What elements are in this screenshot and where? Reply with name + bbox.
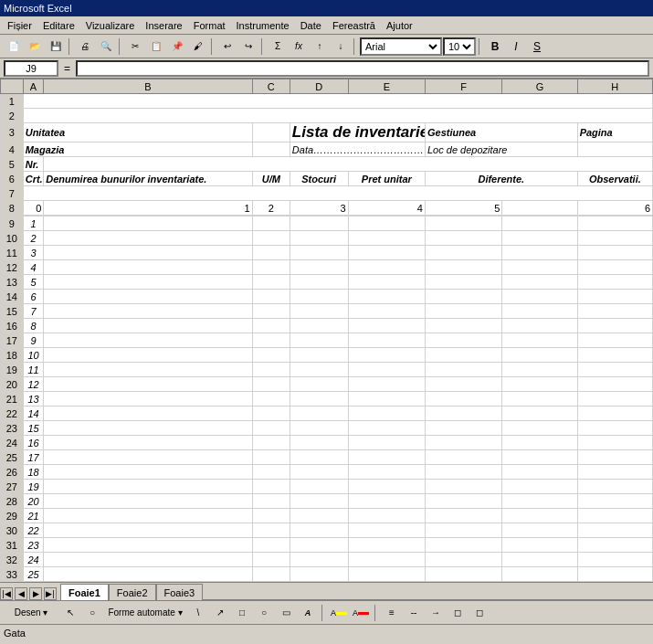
- cell-13-4[interactable]: [425, 275, 501, 290]
- line-style-button[interactable]: ≡: [382, 603, 402, 623]
- cell-28-2[interactable]: [290, 494, 348, 509]
- cell-30-3[interactable]: [348, 523, 425, 538]
- cell-28-4[interactable]: [425, 494, 501, 509]
- cell-16-0[interactable]: [44, 319, 252, 333]
- cell-10-4[interactable]: [425, 231, 501, 246]
- cell-gestiunea[interactable]: Gestiunea: [425, 123, 577, 143]
- cell-32-6[interactable]: [577, 553, 652, 567]
- cell-20-1[interactable]: [252, 377, 290, 392]
- cell-9-3[interactable]: [348, 216, 425, 231]
- cell-16-1[interactable]: [252, 319, 290, 333]
- arrow-style-button[interactable]: →: [426, 603, 446, 623]
- cell-15-0[interactable]: [44, 304, 252, 319]
- cell-8f[interactable]: 5: [425, 201, 501, 216]
- cell-28-3[interactable]: [348, 494, 425, 509]
- cell-21-5[interactable]: [502, 392, 577, 406]
- cell-24-0[interactable]: [44, 436, 252, 450]
- sort-asc-button[interactable]: ↑: [310, 37, 330, 57]
- cell-30-num[interactable]: 22: [23, 523, 44, 538]
- cell-23-6[interactable]: [577, 421, 652, 436]
- cell-22-3[interactable]: [348, 406, 425, 421]
- cell-12-6[interactable]: [577, 260, 652, 275]
- cell-pagina[interactable]: Pagina: [577, 123, 652, 143]
- cell-18-num[interactable]: 10: [23, 348, 44, 363]
- rect-button[interactable]: □: [232, 603, 252, 623]
- cell-20-6[interactable]: [577, 377, 652, 392]
- cell-22-4[interactable]: [425, 406, 501, 421]
- cell-17-2[interactable]: [290, 333, 348, 348]
- cell-32-0[interactable]: [44, 553, 252, 567]
- cell-9-num[interactable]: 1: [23, 216, 44, 231]
- cell-24-6[interactable]: [577, 436, 652, 450]
- cell-25-0[interactable]: [44, 450, 252, 465]
- cell-18-2[interactable]: [290, 348, 348, 363]
- tab-foaie3[interactable]: Foaie3: [156, 584, 204, 600]
- cell-12-0[interactable]: [44, 260, 252, 275]
- cell-11-num[interactable]: 3: [23, 246, 44, 260]
- line-button[interactable]: \: [188, 603, 208, 623]
- cell-21-1[interactable]: [252, 392, 290, 406]
- autoforms-button[interactable]: Forme automate ▾: [104, 603, 186, 623]
- cell-12-2[interactable]: [290, 260, 348, 275]
- cell-8e[interactable]: 4: [348, 201, 425, 216]
- cell-20-2[interactable]: [290, 377, 348, 392]
- cell-23-3[interactable]: [348, 421, 425, 436]
- print-button[interactable]: 🖨: [75, 37, 95, 57]
- cell-31-num[interactable]: 23: [23, 538, 44, 553]
- cell-30-6[interactable]: [577, 523, 652, 538]
- cell-29-6[interactable]: [577, 509, 652, 523]
- cell-25-6[interactable]: [577, 450, 652, 465]
- cell-4h[interactable]: [577, 143, 652, 157]
- cell-23-1[interactable]: [252, 421, 290, 436]
- cell-26-4[interactable]: [425, 465, 501, 480]
- cell-21-6[interactable]: [577, 392, 652, 406]
- italic-button[interactable]: I: [506, 37, 526, 57]
- cell-15-6[interactable]: [577, 304, 652, 319]
- cell-33-1[interactable]: [252, 567, 290, 582]
- cell-13-3[interactable]: [348, 275, 425, 290]
- cell-29-5[interactable]: [502, 509, 577, 523]
- cell-17-1[interactable]: [252, 333, 290, 348]
- cell-27-6[interactable]: [577, 480, 652, 494]
- cell-33-4[interactable]: [425, 567, 501, 582]
- cell-20-0[interactable]: [44, 377, 252, 392]
- col-header-f[interactable]: F: [425, 79, 501, 94]
- cell-18-1[interactable]: [252, 348, 290, 363]
- cell-25-2[interactable]: [290, 450, 348, 465]
- cell-28-0[interactable]: [44, 494, 252, 509]
- cell-20-5[interactable]: [502, 377, 577, 392]
- cell-11-5[interactable]: [502, 246, 577, 260]
- cell-26-1[interactable]: [252, 465, 290, 480]
- cell-27-1[interactable]: [252, 480, 290, 494]
- cell-16-4[interactable]: [425, 319, 501, 333]
- cell-23-num[interactable]: 15: [23, 421, 44, 436]
- cell-12-1[interactable]: [252, 260, 290, 275]
- cell-25-3[interactable]: [348, 450, 425, 465]
- new-button[interactable]: 📄: [4, 37, 24, 57]
- cell-28-6[interactable]: [577, 494, 652, 509]
- cell-9-0[interactable]: [44, 216, 252, 231]
- cell-27-5[interactable]: [502, 480, 577, 494]
- cell-16-3[interactable]: [348, 319, 425, 333]
- cell-loc-depozitare[interactable]: Loc de depozitare: [425, 143, 577, 157]
- cell-26-6[interactable]: [577, 465, 652, 480]
- cell-24-4[interactable]: [425, 436, 501, 450]
- cell-31-3[interactable]: [348, 538, 425, 553]
- shadow-button[interactable]: ◻: [448, 603, 468, 623]
- copy-button[interactable]: 📋: [146, 37, 166, 57]
- cell-31-0[interactable]: [44, 538, 252, 553]
- cell-31-6[interactable]: [577, 538, 652, 553]
- cell-29-0[interactable]: [44, 509, 252, 523]
- cell-21-0[interactable]: [44, 392, 252, 406]
- row-7-content[interactable]: [23, 186, 652, 201]
- cell-29-2[interactable]: [290, 509, 348, 523]
- cell-9-6[interactable]: [577, 216, 652, 231]
- cell-23-0[interactable]: [44, 421, 252, 436]
- cell-15-1[interactable]: [252, 304, 290, 319]
- cell-9-4[interactable]: [425, 216, 501, 231]
- cell-33-num[interactable]: 25: [23, 567, 44, 582]
- cell-16-5[interactable]: [502, 319, 577, 333]
- bold-button[interactable]: B: [485, 37, 505, 57]
- cell-12-3[interactable]: [348, 260, 425, 275]
- cell-lista-inventariere[interactable]: Lista de inventariere: [290, 123, 425, 143]
